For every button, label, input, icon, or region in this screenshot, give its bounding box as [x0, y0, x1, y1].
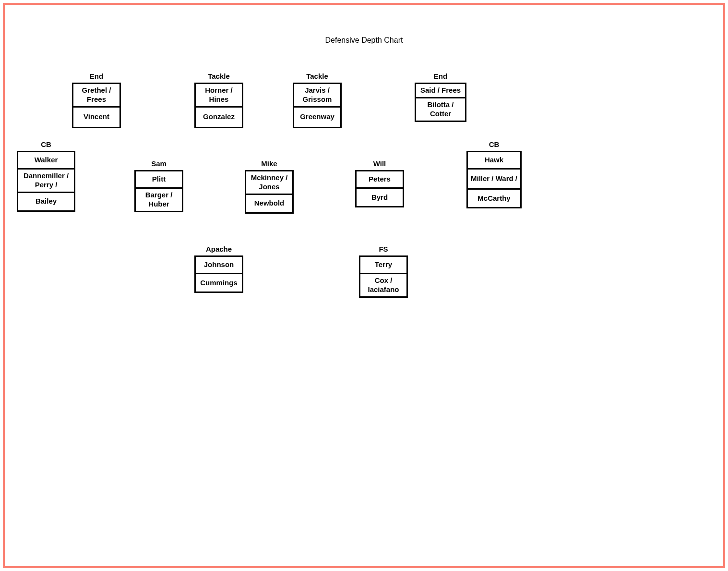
depth-cell: Bilotta / Cotter: [416, 98, 465, 121]
position-label: CB: [466, 140, 522, 149]
depth-cell: Terry: [360, 257, 406, 274]
position-mike: Mike Mckinney / Jones Newbold: [245, 159, 294, 214]
position-label: End: [415, 72, 466, 81]
position-cb-right: CB Hawk Miller / Ward / McCarthy: [466, 140, 522, 208]
position-tackle-left: Tackle Horner / Hines Gonzalez: [194, 72, 243, 128]
depth-box: Hawk Miller / Ward / McCarthy: [466, 151, 522, 208]
depth-cell: Jarvis / Grissom: [294, 84, 340, 108]
depth-cell: Miller / Ward /: [468, 170, 520, 190]
depth-box: Horner / Hines Gonzalez: [194, 83, 243, 128]
depth-box: Walker Dannemiller / Perry / Bailey: [17, 151, 75, 212]
position-cb-left: CB Walker Dannemiller / Perry / Bailey: [17, 140, 75, 212]
position-label: Apache: [194, 245, 243, 254]
depth-box: Jarvis / Grissom Greenway: [293, 83, 342, 128]
position-label: End: [72, 72, 121, 81]
depth-box: Plitt Barger / Huber: [134, 170, 183, 212]
depth-cell: Greenway: [294, 108, 340, 127]
depth-cell: Barger / Huber: [136, 189, 182, 211]
depth-box: Mckinney / Jones Newbold: [245, 170, 294, 214]
depth-cell: Vincent: [73, 108, 119, 127]
position-label: Will: [355, 159, 404, 168]
depth-cell: Newbold: [246, 195, 292, 212]
position-will: Will Peters Byrd: [355, 159, 404, 207]
position-label: Mike: [245, 159, 294, 168]
depth-cell: Horner / Hines: [196, 84, 242, 108]
position-end-right: End Said / Frees Bilotta / Cotter: [415, 72, 466, 122]
depth-cell: Cox / Iaciafano: [360, 274, 406, 296]
position-fs: FS Terry Cox / Iaciafano: [359, 245, 408, 298]
depth-box: Grethel / Frees Vincent: [72, 83, 121, 128]
depth-cell: Gonzalez: [196, 108, 242, 127]
position-label: Tackle: [194, 72, 243, 81]
position-apache: Apache Johnson Cummings: [194, 245, 243, 293]
depth-cell: Said / Frees: [416, 84, 465, 98]
position-label: FS: [359, 245, 408, 254]
position-label: Sam: [134, 159, 183, 168]
depth-box: Said / Frees Bilotta / Cotter: [415, 83, 466, 122]
depth-cell: Walker: [18, 152, 74, 170]
diagram-frame: Defensive Depth Chart End Grethel / Free…: [3, 3, 725, 568]
position-sam: Sam Plitt Barger / Huber: [134, 159, 183, 212]
depth-cell: Johnson: [196, 257, 242, 274]
depth-cell: Cummings: [196, 274, 242, 292]
depth-cell: Dannemiller / Perry /: [18, 170, 74, 193]
position-end-left: End Grethel / Frees Vincent: [72, 72, 121, 128]
depth-cell: Peters: [357, 171, 403, 189]
position-tackle-right: Tackle Jarvis / Grissom Greenway: [293, 72, 342, 128]
depth-cell: McCarthy: [468, 190, 520, 207]
depth-box: Peters Byrd: [355, 170, 404, 207]
depth-cell: Hawk: [468, 152, 520, 170]
position-label: CB: [17, 140, 75, 149]
depth-cell: Mckinney / Jones: [246, 171, 292, 195]
depth-box: Terry Cox / Iaciafano: [359, 255, 408, 298]
depth-cell: Byrd: [357, 189, 403, 206]
chart-title: Defensive Depth Chart: [5, 36, 723, 45]
depth-cell: Bailey: [18, 193, 74, 210]
depth-box: Johnson Cummings: [194, 255, 243, 293]
depth-cell: Plitt: [136, 171, 182, 189]
position-label: Tackle: [293, 72, 342, 81]
depth-cell: Grethel / Frees: [73, 84, 119, 108]
